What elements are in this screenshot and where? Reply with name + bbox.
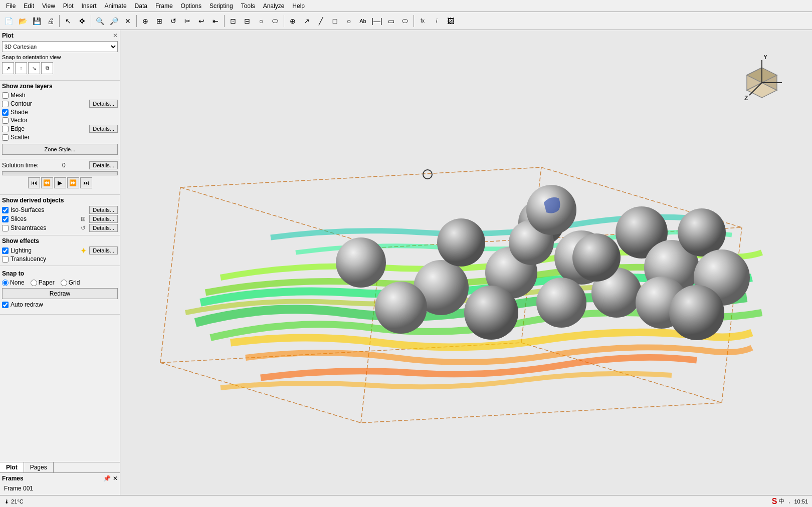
frame-001-item[interactable]: Frame 001: [2, 484, 118, 493]
iso-checkbox[interactable]: [2, 207, 9, 213]
rect2-button[interactable]: ▭: [384, 15, 397, 28]
mesh-checkbox[interactable]: [2, 92, 9, 99]
translucency-checkbox[interactable]: [2, 256, 9, 263]
skip-start-button[interactable]: ⏮: [28, 177, 40, 188]
sep3: [136, 15, 137, 27]
rubber-button[interactable]: ⊟: [241, 15, 254, 28]
toolbar: 📄 📂 💾 🖨 ↖ ✥ 🔍 🔎 ✕ ⊕ ⊞ ↺ ✂ ↩ ⇤ ⊡ ⊟ ○ ⬭ ⊕ …: [0, 12, 812, 30]
select-button[interactable]: ↖: [62, 15, 75, 28]
frame-button[interactable]: ⊡: [227, 15, 240, 28]
vector-checkbox[interactable]: [2, 117, 9, 124]
canvas-area[interactable]: VX: 2 4 6 8 10 12 14 16 18 20: [120, 30, 812, 495]
streamtraces-checkbox[interactable]: [2, 225, 9, 231]
pan-button[interactable]: ⊞: [153, 15, 166, 28]
edge-row: Edge Details...: [2, 125, 118, 133]
undo-button[interactable]: ↩: [195, 15, 208, 28]
formula-button[interactable]: fx: [416, 15, 429, 28]
snap-btn-2[interactable]: ↑: [15, 62, 27, 74]
tab-plot[interactable]: Plot: [0, 462, 24, 472]
zone-layers-section: Show zone layers Mesh Contour Details...…: [0, 81, 120, 159]
text-button[interactable]: Ab: [356, 15, 369, 28]
menu-edit[interactable]: Edit: [20, 2, 38, 11]
menu-file[interactable]: File: [2, 2, 20, 11]
reset-button[interactable]: ↺: [167, 15, 180, 28]
redraw-button[interactable]: Redraw: [2, 288, 118, 299]
menu-data[interactable]: Data: [131, 2, 151, 11]
auto-redraw-checkbox[interactable]: [2, 302, 9, 308]
snap-button[interactable]: ✂: [181, 15, 194, 28]
rectangle-button[interactable]: □: [328, 15, 341, 28]
ellipse-button[interactable]: ⬭: [269, 15, 282, 28]
edge-checkbox[interactable]: [2, 126, 9, 132]
sep6: [414, 15, 414, 27]
lighting-checkbox[interactable]: [2, 247, 9, 254]
snap-none-radio[interactable]: [2, 280, 9, 286]
open-button[interactable]: 📂: [16, 15, 29, 28]
oval-button[interactable]: ⬭: [398, 15, 412, 28]
scatter-checkbox[interactable]: [2, 134, 9, 141]
ruler-button[interactable]: |—|: [370, 15, 383, 28]
prev-button[interactable]: ⏪: [41, 177, 53, 188]
frames-close-icon[interactable]: ✕: [113, 475, 118, 482]
frames-title: Frames: [2, 475, 24, 482]
shade-checkbox[interactable]: [2, 109, 9, 116]
lighting-details-button[interactable]: Details...: [89, 246, 118, 255]
menu-scripting[interactable]: Scripting: [206, 2, 237, 11]
snap-none-label[interactable]: None: [2, 279, 25, 286]
snap-grid-label[interactable]: Grid: [61, 279, 80, 286]
tab-pages[interactable]: Pages: [24, 462, 54, 472]
snap-btn-4[interactable]: ⧉: [41, 62, 53, 74]
menu-tools[interactable]: Tools: [237, 2, 259, 11]
slices-checkbox[interactable]: [2, 216, 9, 222]
menu-options[interactable]: Options: [177, 2, 206, 11]
sphere-10: [678, 208, 726, 257]
visualization[interactable]: [120, 30, 812, 495]
skip-end-button[interactable]: ⏭: [80, 177, 92, 188]
snap-btn-1[interactable]: ↗: [2, 62, 14, 74]
menu-insert[interactable]: Insert: [78, 2, 101, 11]
circle-button[interactable]: ○: [255, 15, 268, 28]
menu-help[interactable]: Help: [288, 2, 309, 11]
rotate-button[interactable]: ⊕: [139, 15, 152, 28]
snap-btn-3[interactable]: ↘: [28, 62, 40, 74]
print-button[interactable]: 🖨: [44, 15, 57, 28]
next-button[interactable]: ⏩: [67, 177, 79, 188]
menu-plot[interactable]: Plot: [59, 2, 78, 11]
plot-type-select[interactable]: 3D Cartesian: [2, 41, 118, 52]
snap-paper-radio[interactable]: [31, 280, 37, 286]
slices-details-button[interactable]: Details...: [89, 215, 118, 223]
line-button[interactable]: ╱: [314, 15, 327, 28]
frames-pin-icon[interactable]: 📌: [103, 475, 111, 482]
zoom-out-button[interactable]: 🔎: [107, 15, 120, 28]
export-button[interactable]: 🖼: [444, 15, 457, 28]
menu-animate[interactable]: Animate: [101, 2, 131, 11]
plot-close-icon[interactable]: ✕: [113, 32, 118, 39]
menu-analyze[interactable]: Analyze: [259, 2, 289, 11]
circle2-button[interactable]: ○: [342, 15, 355, 28]
play-button[interactable]: ▶: [54, 177, 66, 188]
close-x-button[interactable]: ✕: [121, 15, 134, 28]
streamtraces-details-button[interactable]: Details...: [89, 224, 118, 232]
snap-grid-radio[interactable]: [61, 280, 67, 286]
new-button[interactable]: 📄: [2, 15, 15, 28]
contour-checkbox[interactable]: [2, 101, 9, 107]
zoom-button[interactable]: 🔍: [93, 15, 106, 28]
edge-details-button[interactable]: Details...: [89, 125, 118, 133]
derived-title: Show derived objects: [2, 197, 118, 204]
snap-paper-label[interactable]: Paper: [31, 279, 55, 286]
probe-button[interactable]: ⊕: [286, 15, 299, 28]
zone-style-button[interactable]: Zone Style...: [2, 144, 118, 155]
solution-details-button[interactable]: Details...: [89, 161, 118, 169]
pick-button[interactable]: i: [430, 15, 443, 28]
arrow-button[interactable]: ↗: [300, 15, 313, 28]
contour-details-button[interactable]: Details...: [89, 100, 118, 108]
menu-view[interactable]: View: [38, 2, 59, 11]
sphere-15: [572, 233, 621, 282]
shade-label: Shade: [11, 109, 118, 116]
effects-section: Show effects Lighting ✦ Details... Trans…: [0, 235, 120, 266]
menu-frame[interactable]: Frame: [151, 2, 177, 11]
save-button[interactable]: 💾: [30, 15, 43, 28]
move-button[interactable]: ✥: [76, 15, 89, 28]
redo-button[interactable]: ⇤: [209, 15, 222, 28]
iso-details-button[interactable]: Details...: [89, 206, 118, 214]
